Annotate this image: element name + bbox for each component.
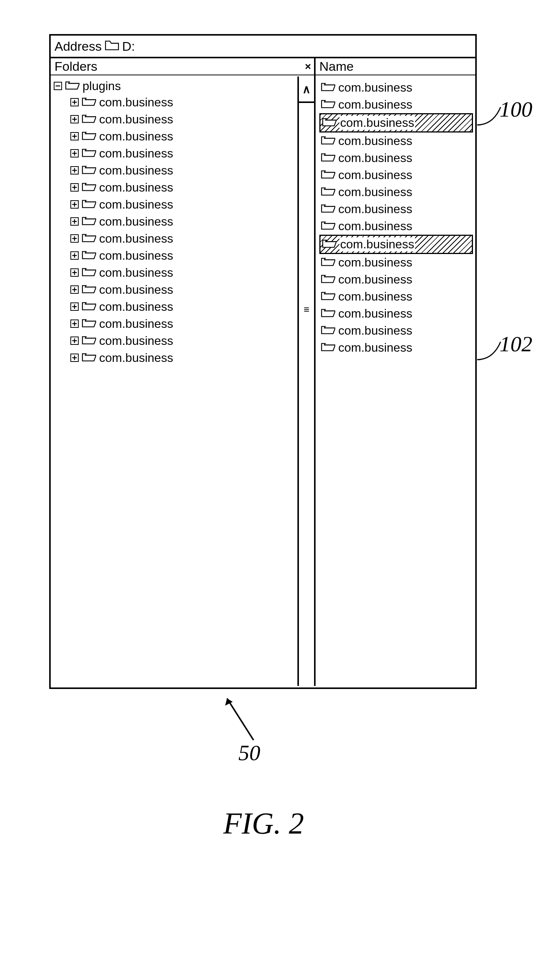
expand-icon[interactable] [70, 266, 79, 280]
scroll-up-icon[interactable]: ∧ [299, 77, 314, 103]
list-item[interactable]: com.business [319, 288, 475, 305]
expand-icon[interactable] [70, 112, 79, 127]
expand-icon[interactable] [70, 283, 79, 297]
folder-icon [82, 317, 96, 331]
expand-icon[interactable] [70, 249, 79, 263]
list-item[interactable]: com.business [319, 150, 475, 167]
expand-icon[interactable] [70, 300, 79, 314]
folders-title: Folders [55, 59, 97, 74]
folder-icon [82, 112, 96, 127]
list-item[interactable]: com.business [319, 322, 475, 339]
list-item-label: com.business [338, 98, 412, 112]
tree-scrollbar[interactable]: ∧ ≡ [297, 77, 314, 686]
folder-icon [82, 334, 96, 348]
file-explorer-window: Address D: Folders × [49, 34, 477, 689]
tree-item[interactable]: com.business [70, 317, 313, 331]
folder-icon [82, 283, 96, 297]
expand-icon[interactable] [70, 164, 79, 178]
expand-icon[interactable] [70, 180, 79, 195]
folder-icon [321, 134, 335, 148]
list-item-highlighted[interactable]: com.business [319, 113, 473, 132]
tree-item[interactable]: com.business [70, 130, 313, 143]
expand-icon[interactable] [70, 351, 79, 365]
list-item[interactable]: com.business [319, 339, 475, 356]
tree-children: com.business com.business com.business [70, 95, 313, 365]
folder-icon [321, 202, 335, 216]
list-item-label: com.business [338, 202, 412, 216]
tree-item-label: com.business [99, 232, 173, 246]
list-item[interactable]: com.business [319, 254, 475, 271]
tree-item[interactable]: com.business [70, 95, 313, 109]
list-item[interactable]: com.business [319, 271, 475, 288]
tree-item[interactable]: com.business [70, 300, 313, 314]
folder-icon [321, 219, 335, 233]
list-item[interactable]: com.business [319, 218, 475, 235]
tree-item[interactable]: com.business [70, 147, 313, 160]
list-item[interactable]: com.business [319, 79, 475, 96]
content-header-name[interactable]: Name [315, 58, 475, 75]
tree-item[interactable]: com.business [70, 334, 313, 348]
tree-root-label: plugins [82, 79, 121, 93]
leader-line-icon [474, 339, 504, 362]
list-item-label: com.business [338, 290, 412, 304]
tree-item-label: com.business [99, 266, 173, 280]
expand-icon[interactable] [70, 334, 79, 348]
folder-icon [82, 130, 96, 143]
close-icon[interactable]: × [305, 60, 311, 73]
list-item-label: com.business [338, 81, 412, 95]
tree-item[interactable]: com.business [70, 232, 313, 246]
list-item[interactable]: com.business [319, 132, 475, 150]
expand-icon[interactable] [70, 198, 79, 212]
folder-icon [321, 168, 335, 182]
tree-item-label: com.business [99, 198, 173, 212]
folder-icon [82, 180, 96, 195]
folder-icon [82, 249, 96, 263]
address-label: Address [55, 39, 102, 54]
list-item-label: com.business [338, 307, 412, 320]
figure-id-label: 50 [238, 740, 260, 766]
folder-icon [321, 307, 335, 320]
expand-icon[interactable] [70, 130, 79, 143]
tree-item[interactable]: com.business [70, 215, 313, 229]
tree-item-label: com.business [99, 130, 173, 143]
tree-item[interactable]: com.business [70, 283, 313, 297]
explorer-body: Folders × plugins [51, 58, 475, 686]
folder-icon [321, 151, 335, 165]
tree-item[interactable]: com.business [70, 164, 313, 178]
scroll-thumb[interactable]: ≡ [300, 292, 313, 326]
tree-item-label: com.business [99, 215, 173, 229]
list-item[interactable]: com.business [319, 184, 475, 201]
expand-icon[interactable] [70, 317, 79, 331]
tree-item[interactable]: com.business [70, 266, 313, 280]
scroll-track[interactable]: ≡ [299, 103, 314, 686]
folder-icon [82, 351, 96, 365]
folder-icon [321, 341, 335, 355]
list-item[interactable]: com.business [319, 96, 475, 113]
arrow-icon [218, 693, 263, 742]
content-pane: Name com.business com.business com.busin… [315, 58, 475, 686]
list-item-label: com.business [338, 185, 412, 199]
collapse-icon[interactable] [54, 79, 62, 93]
tree-item[interactable]: com.business [70, 180, 313, 195]
tree-item[interactable]: com.business [70, 112, 313, 127]
tree-item[interactable]: com.business [70, 249, 313, 263]
expand-icon[interactable] [70, 147, 79, 160]
tree-item-label: com.business [99, 180, 173, 195]
tree-root-row[interactable]: plugins [54, 79, 313, 93]
tree-item-label: com.business [99, 300, 173, 314]
expand-icon[interactable] [70, 232, 79, 246]
list-item-highlighted[interactable]: com.business [319, 235, 473, 254]
tree-item[interactable]: com.business [70, 198, 313, 212]
list-item[interactable]: com.business [319, 201, 475, 218]
list-item[interactable]: com.business [319, 167, 475, 184]
tree-item-label: com.business [99, 164, 173, 178]
folder-icon [321, 81, 335, 95]
list-item-label: com.business [339, 116, 415, 130]
tree-item[interactable]: com.business [70, 351, 313, 365]
leader-line-icon [474, 104, 504, 127]
folder-icon [82, 215, 96, 229]
expand-icon[interactable] [70, 215, 79, 229]
list-item[interactable]: com.business [319, 305, 475, 322]
expand-icon[interactable] [70, 95, 79, 109]
folder-icon [321, 98, 335, 112]
